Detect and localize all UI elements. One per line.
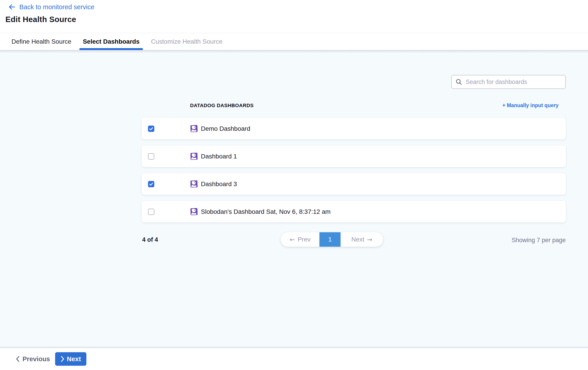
pagination-pill: ← Prev 1 Next → [281,232,383,247]
dashboard-row[interactable]: Dashboard 1 [142,146,566,167]
dashboards-table-head: DATADOG DASHBOARDS + Manually input quer… [142,102,566,109]
dashboard-checkbox[interactable] [148,126,154,132]
previous-button-label: Previous [22,355,50,363]
dashboard-name: Demo Dashboard [201,125,250,132]
page-header: Back to monitored service Edit Health So… [0,0,588,33]
edit-health-source-page: Back to monitored service Edit Health So… [0,0,588,370]
dashboard-checkbox[interactable] [148,209,154,215]
chevron-right-icon [61,356,64,362]
pagination-prev-label: Prev [298,236,311,243]
back-link-label: Back to monitored service [19,3,94,11]
dashboard-checkbox[interactable] [148,181,154,187]
dashboards-table: DATADOG DASHBOARDS + Manually input quer… [142,102,566,229]
pagination-count: 4 of 4 [142,236,158,243]
pagination-page-1[interactable]: 1 [319,232,341,247]
dashboards-table-body: Demo Dashboard Dashboard 1 [142,118,566,222]
dashboard-name: Slobodan's Dashboard Sat, Nov 6, 8:37:12… [201,208,331,215]
back-to-monitored-service-link[interactable]: Back to monitored service [8,3,94,11]
dashboard-row[interactable]: Slobodan's Dashboard Sat, Nov 6, 8:37:12… [142,201,566,222]
dashboard-search-box[interactable] [451,75,566,89]
check-icon [149,127,153,131]
tab-label: Customize Health Source [151,38,222,45]
tab-select-dashboards[interactable]: Select Dashboards [83,33,139,50]
datadog-icon [190,180,198,188]
pagination-next-label: Next [351,236,364,243]
dashboard-checkbox[interactable] [148,153,154,160]
tab-label: Define Health Source [11,38,71,45]
pagination-prev-button[interactable]: ← Prev [281,232,319,247]
arrow-left-icon [8,3,16,11]
dashboard-row[interactable]: Demo Dashboard [142,118,566,139]
chevron-left-icon [16,356,20,362]
dashboard-name: Dashboard 3 [201,181,237,188]
dashboard-name: Dashboard 1 [201,153,237,160]
search-icon [455,78,462,86]
table-column-header: DATADOG DASHBOARDS [190,103,254,109]
wizard-tab-bar: Define Health Source Select Dashboards C… [0,33,588,50]
manually-input-query-link[interactable]: + Manually input query [502,102,558,109]
datadog-icon [190,124,198,133]
arrow-right-icon: → [367,236,372,243]
arrow-left-icon: ← [290,236,295,243]
next-button[interactable]: Next [55,352,86,366]
page-title: Edit Health Source [5,15,76,24]
search-input[interactable] [466,78,562,86]
select-dashboards-panel: DATADOG DASHBOARDS + Manually input quer… [0,50,588,348]
wizard-footer: Previous Next [0,348,588,370]
tab-customize-health-source[interactable]: Customize Health Source [151,33,222,50]
next-button-label: Next [67,355,81,363]
check-icon [149,182,153,186]
datadog-icon [190,152,198,161]
dashboard-row[interactable]: Dashboard 3 [142,173,566,195]
tab-define-health-source[interactable]: Define Health Source [11,33,71,50]
per-page-indicator: Showing 7 per page [512,237,566,244]
previous-button[interactable]: Previous [16,352,50,366]
pagination-next-button[interactable]: Next → [341,232,383,247]
datadog-icon [190,207,198,216]
tab-label: Select Dashboards [83,38,139,45]
